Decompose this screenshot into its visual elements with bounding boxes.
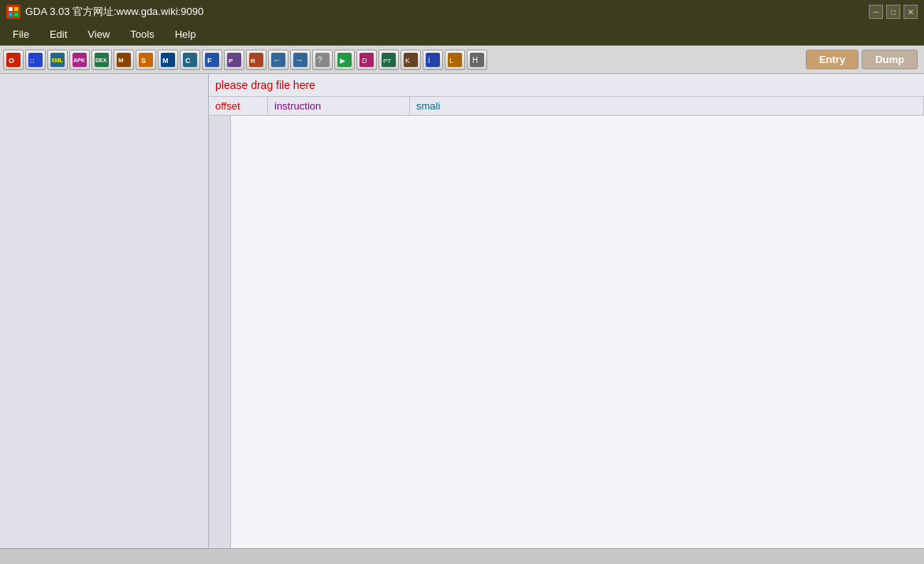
svg-text:→: → bbox=[295, 55, 304, 65]
svg-text:APK: APK bbox=[73, 58, 85, 63]
menu-help[interactable]: Help bbox=[166, 25, 206, 43]
toolbar-info[interactable]: i bbox=[423, 50, 443, 70]
toolbar-link[interactable]: L bbox=[445, 50, 465, 70]
svg-text:D: D bbox=[362, 57, 367, 65]
toolbar-run[interactable]: ▶ bbox=[334, 50, 355, 70]
right-panel: please drag file here offset instruction… bbox=[209, 74, 924, 548]
toolbar-open[interactable]: O bbox=[3, 50, 24, 70]
menu-file[interactable]: File bbox=[3, 25, 39, 43]
svg-text:M: M bbox=[118, 57, 124, 64]
toolbar-string[interactable]: S bbox=[136, 50, 156, 70]
toolbar-pkg[interactable]: P bbox=[224, 50, 244, 70]
svg-text:PT: PT bbox=[383, 58, 391, 65]
code-content-area bbox=[209, 116, 924, 548]
toolbar: O □ XML APK DEX M S M C F P R ← → ? ▶ D bbox=[0, 46, 924, 74]
toolbar-manifest[interactable]: M bbox=[114, 50, 134, 70]
window-title: GDA 3.03 官方网址:www.gda.wiki:9090 bbox=[25, 5, 203, 19]
menu-bar: File Edit View Tools Help bbox=[0, 24, 924, 46]
line-numbers bbox=[209, 116, 231, 548]
svg-text:S: S bbox=[141, 57, 146, 65]
menu-view[interactable]: View bbox=[78, 25, 119, 43]
svg-text:□: □ bbox=[30, 58, 34, 65]
toolbar-xml[interactable]: XML bbox=[47, 50, 68, 70]
smali-column-header: smali bbox=[410, 97, 924, 115]
svg-text:H: H bbox=[472, 56, 478, 65]
toolbar-field[interactable]: F bbox=[202, 50, 222, 70]
instruction-column-header: instruction bbox=[268, 97, 410, 115]
toolbar-help[interactable]: H bbox=[467, 50, 487, 70]
dump-button[interactable]: Dump bbox=[862, 50, 918, 69]
svg-text:i: i bbox=[428, 56, 430, 65]
drag-area-text: please drag file here bbox=[215, 79, 315, 91]
main-content: please drag file here offset instruction… bbox=[0, 74, 924, 548]
svg-text:M: M bbox=[162, 57, 169, 65]
window-controls: ─ □ ✕ bbox=[869, 5, 918, 19]
toolbar-patch[interactable]: PT bbox=[378, 50, 399, 70]
svg-text:R: R bbox=[251, 58, 255, 65]
top-right-buttons: Entry Dump bbox=[806, 50, 918, 69]
menu-edit[interactable]: Edit bbox=[40, 25, 76, 43]
title-bar-left: GDA 3.03 官方网址:www.gda.wiki:9090 bbox=[6, 5, 203, 19]
svg-text:DEX: DEX bbox=[95, 58, 107, 63]
app-icon bbox=[6, 5, 20, 19]
minimize-button[interactable]: ─ bbox=[869, 5, 883, 19]
status-bar bbox=[0, 548, 924, 564]
svg-text:XML: XML bbox=[51, 58, 64, 63]
code-area[interactable] bbox=[231, 116, 924, 548]
toolbar-sign[interactable]: K bbox=[401, 50, 421, 70]
svg-text:▶: ▶ bbox=[340, 57, 345, 65]
svg-text:O: O bbox=[9, 57, 14, 65]
svg-rect-1 bbox=[9, 7, 13, 11]
toolbar-res[interactable]: R bbox=[246, 50, 266, 70]
toolbar-method[interactable]: M bbox=[158, 50, 178, 70]
svg-text:?: ? bbox=[318, 56, 322, 65]
menu-tools[interactable]: Tools bbox=[121, 25, 163, 43]
toolbar-apk[interactable]: APK bbox=[69, 50, 90, 70]
toolbar-forward[interactable]: → bbox=[290, 50, 311, 70]
svg-rect-3 bbox=[9, 13, 13, 17]
svg-text:←: ← bbox=[273, 55, 281, 65]
toolbar-class[interactable]: C bbox=[180, 50, 200, 70]
toolbar-save[interactable]: □ bbox=[25, 50, 46, 70]
toolbar-search[interactable]: ? bbox=[312, 50, 333, 70]
entry-button[interactable]: Entry bbox=[806, 50, 859, 69]
drag-area[interactable]: please drag file here bbox=[209, 74, 924, 97]
close-button[interactable]: ✕ bbox=[904, 5, 918, 19]
toolbar-debug[interactable]: D bbox=[356, 50, 377, 70]
svg-text:F: F bbox=[207, 57, 212, 65]
left-panel bbox=[0, 74, 209, 548]
toolbar-dex[interactable]: DEX bbox=[91, 50, 112, 70]
svg-rect-4 bbox=[14, 13, 18, 17]
toolbar-back[interactable]: ← bbox=[268, 50, 289, 70]
svg-rect-2 bbox=[14, 7, 18, 11]
svg-text:L: L bbox=[449, 57, 453, 65]
column-headers: offset instruction smali bbox=[209, 97, 924, 116]
svg-text:K: K bbox=[405, 57, 410, 65]
svg-text:P: P bbox=[229, 58, 233, 65]
title-bar: GDA 3.03 官方网址:www.gda.wiki:9090 ─ □ ✕ bbox=[0, 0, 924, 24]
maximize-button[interactable]: □ bbox=[886, 5, 900, 19]
svg-text:C: C bbox=[185, 57, 191, 65]
offset-column-header: offset bbox=[209, 97, 268, 115]
svg-rect-0 bbox=[6, 5, 20, 19]
